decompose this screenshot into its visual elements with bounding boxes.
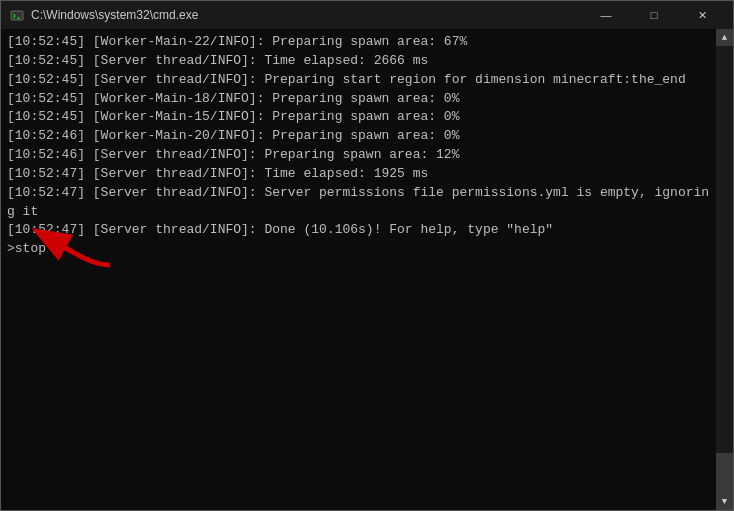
scrollbar[interactable]: ▲ ▼ [716, 29, 733, 510]
scrollbar-up-button[interactable]: ▲ [716, 29, 733, 46]
terminal-line: [10:52:46] [Worker-Main-20/INFO]: Prepar… [7, 128, 459, 143]
minimize-button[interactable]: — [583, 1, 629, 29]
terminal-line: [10:52:47] [Server thread/INFO]: Server … [7, 185, 709, 219]
close-button[interactable]: ✕ [679, 1, 725, 29]
terminal-line: [10:52:45] [Worker-Main-15/INFO]: Prepar… [7, 109, 459, 124]
titlebar: C:\Windows\system32\cmd.exe — □ ✕ [1, 1, 733, 29]
terminal-line: [10:52:47] [Server thread/INFO]: Done (1… [7, 222, 553, 237]
maximize-button[interactable]: □ [631, 1, 677, 29]
app-icon [9, 7, 25, 23]
terminal-content: [10:52:45] [Worker-Main-22/INFO]: Prepar… [1, 29, 733, 510]
terminal-line: [10:52:45] [Server thread/INFO]: Prepari… [7, 72, 686, 87]
terminal-output[interactable]: [10:52:45] [Worker-Main-22/INFO]: Prepar… [1, 29, 716, 510]
terminal-line: >stop [7, 241, 46, 256]
terminal-line: [10:52:45] [Worker-Main-18/INFO]: Prepar… [7, 91, 459, 106]
terminal-line: [10:52:45] [Worker-Main-22/INFO]: Prepar… [7, 34, 467, 49]
window-title: C:\Windows\system32\cmd.exe [31, 8, 583, 22]
scrollbar-thumb[interactable] [716, 453, 733, 493]
terminal-line: [10:52:45] [Server thread/INFO]: Time el… [7, 53, 428, 68]
cmd-window: C:\Windows\system32\cmd.exe — □ ✕ [10:52… [0, 0, 734, 511]
terminal-line: [10:52:47] [Server thread/INFO]: Time el… [7, 166, 428, 181]
scrollbar-down-button[interactable]: ▼ [716, 493, 733, 510]
scrollbar-track[interactable] [716, 46, 733, 493]
terminal-line: [10:52:46] [Server thread/INFO]: Prepari… [7, 147, 459, 162]
svg-rect-0 [11, 11, 23, 20]
window-controls: — □ ✕ [583, 1, 725, 29]
